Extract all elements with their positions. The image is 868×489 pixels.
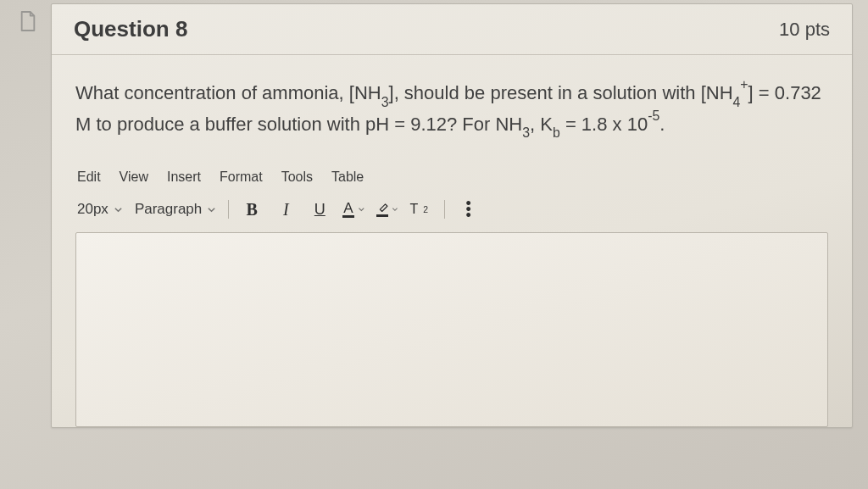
- stem-sup: +: [740, 77, 748, 92]
- underline-button[interactable]: U: [309, 198, 331, 220]
- question-points: 10 pts: [779, 19, 830, 41]
- stem-text: What concentration of ammonia, [NH: [75, 82, 381, 103]
- question-title: Question 8: [74, 16, 187, 42]
- question-header: Question 8 10 pts: [52, 4, 852, 55]
- chevron-down-icon: [392, 205, 398, 214]
- superscript-button[interactable]: T2: [410, 198, 432, 220]
- font-size-value: 20px: [77, 201, 108, 218]
- answer-textarea[interactable]: [75, 232, 828, 427]
- stem-text: ], should be present in a solution with …: [389, 82, 733, 103]
- question-body: What concentration of ammonia, [NH3], sh…: [52, 55, 852, 427]
- block-format-select[interactable]: Paragraph: [135, 201, 216, 218]
- more-options-button[interactable]: •••: [457, 198, 479, 220]
- document-status-icon: [19, 10, 37, 32]
- font-size-select[interactable]: 20px: [77, 201, 123, 218]
- stem-sub: 3: [522, 125, 530, 140]
- block-format-value: Paragraph: [135, 201, 202, 218]
- editor-toolbar: 20px Paragraph B I U A: [75, 193, 828, 232]
- rich-text-editor: Edit View Insert Format Tools Table 20px…: [75, 169, 828, 427]
- menu-format[interactable]: Format: [220, 169, 263, 185]
- superscript-exp: 2: [423, 205, 428, 214]
- question-stem: What concentration of ammonia, [NH3], sh…: [75, 79, 828, 141]
- menu-tools[interactable]: Tools: [281, 169, 313, 185]
- stem-sub: 4: [733, 95, 741, 109]
- menu-view[interactable]: View: [120, 169, 148, 185]
- toolbar-divider: [228, 200, 229, 219]
- question-card: Question 8 10 pts What concentration of …: [51, 3, 853, 428]
- italic-button[interactable]: I: [275, 198, 297, 220]
- chevron-down-icon: [207, 205, 216, 214]
- kebab-icon: •••: [466, 201, 470, 219]
- highlight-color-button[interactable]: [376, 198, 398, 220]
- menu-insert[interactable]: Insert: [167, 169, 201, 185]
- toolbar-divider: [444, 200, 445, 219]
- highlighter-icon: [376, 202, 388, 217]
- stem-sub: b: [553, 125, 560, 140]
- stem-text: , K: [530, 114, 553, 135]
- editor-menu-bar: Edit View Insert Format Tools Table: [75, 169, 828, 193]
- stem-sup: -5: [648, 108, 659, 123]
- superscript-label: T: [409, 202, 418, 217]
- bold-button[interactable]: B: [241, 198, 263, 220]
- text-color-button[interactable]: A: [342, 198, 364, 220]
- menu-table[interactable]: Table: [331, 169, 364, 185]
- stem-text: = 1.8 x 10: [560, 114, 648, 135]
- text-color-icon: A: [342, 201, 353, 218]
- chevron-down-icon: [114, 205, 123, 214]
- stem-sub: 3: [381, 95, 389, 109]
- stem-text: .: [659, 114, 665, 135]
- chevron-down-icon: [358, 205, 365, 214]
- menu-edit[interactable]: Edit: [77, 169, 101, 185]
